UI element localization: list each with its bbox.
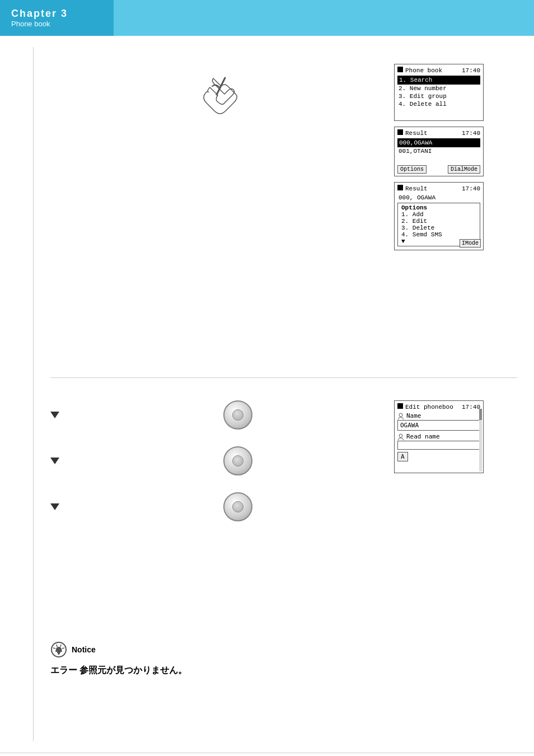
screen2-item-2: 001,OTANI: [397, 147, 480, 155]
screen2-soft-keys: Options DialMode: [397, 165, 480, 174]
mid-section: Edit phoneboo 17:40 Name OGAWA: [50, 389, 517, 624]
screen4-readname-value[interactable]: [397, 441, 480, 450]
notice-icon: [50, 641, 67, 658]
main-content: Phone book 17:40 1. Search 2. New number…: [0, 36, 534, 741]
svg-line-7: [60, 645, 61, 647]
chapter-title: Chapter 3: [11, 8, 114, 20]
chapter-banner: Chapter 3 Phone book: [0, 0, 114, 36]
screen1-title-bar: Phone book 17:40: [397, 67, 480, 74]
screen1-item-4: 4. Delete all: [397, 100, 480, 108]
screen2-title-bar: Result 17:40: [397, 129, 480, 137]
screen4-time: 17:40: [462, 404, 480, 410]
screen3-title-bar: Result 17:40: [397, 185, 480, 192]
screen2-item-1: 000,OGAWA: [397, 138, 480, 147]
nav-pads-area: [50, 395, 394, 624]
svg-point-5: [58, 652, 60, 655]
svg-line-8: [53, 648, 55, 648]
screen3-imode-key[interactable]: IMode: [460, 239, 481, 248]
chapter-subtitle: Phone book: [11, 20, 114, 28]
nav-pad-3[interactable]: [223, 492, 252, 521]
screen4-scrollbar-thumb: [479, 409, 482, 420]
screen4-scrollbar: [479, 409, 482, 472]
options-item-4: 4. Semd SMS: [401, 231, 476, 238]
screen4-title-bar: Edit phoneboo 17:40: [397, 403, 480, 410]
notice-row: Notice: [50, 641, 517, 658]
screen4-a-key[interactable]: A: [397, 452, 408, 461]
nav-pad-1[interactable]: [223, 400, 252, 430]
screen4-readname-row: Read name: [397, 433, 480, 440]
triangle-down-2: [50, 458, 59, 464]
top-section: Phone book 17:40 1. Search 2. New number…: [50, 53, 517, 366]
screen4-icon: Edit phoneboo: [397, 403, 453, 410]
page-header: Chapter 3 Phone book: [0, 0, 534, 36]
screen1-time: 17:40: [462, 67, 480, 74]
options-item-3: 3. Delete: [401, 225, 476, 231]
phone-screen-1: Phone book 17:40 1. Search 2. New number…: [394, 64, 484, 121]
phone-screen-4: Edit phoneboo 17:40 Name OGAWA: [394, 400, 484, 473]
screen4-name-row: Name: [397, 412, 480, 419]
antenna-phone-icon: [200, 75, 245, 120]
screen4-readname-label: Read name: [406, 433, 440, 440]
screen1-item-2: 2. New number: [397, 85, 480, 92]
screen4-name-label: Name: [406, 412, 421, 419]
screens-column-mid: Edit phoneboo 17:40 Name OGAWA: [394, 395, 517, 624]
screen4-name-value[interactable]: OGAWA: [397, 420, 480, 431]
content-area: Phone book 17:40 1. Search 2. New number…: [34, 47, 534, 741]
screen2-dialmode-key[interactable]: DialMode: [448, 165, 480, 174]
screen1-item-1: 1. Search: [397, 76, 480, 85]
nav-pad-2[interactable]: [223, 446, 252, 475]
person-icon-2: [397, 433, 404, 440]
svg-line-6: [57, 645, 57, 647]
nav-row-3: [50, 492, 394, 521]
screen3-time: 17:40: [462, 185, 480, 192]
screen1-item-3: 3. Edit group: [397, 92, 480, 100]
options-item-1: 1. Add: [401, 211, 476, 218]
left-margin: [0, 47, 34, 741]
phone-illustration-area: [50, 53, 394, 366]
screen2-icon: Result: [397, 129, 428, 137]
triangle-down-1: [50, 412, 59, 418]
options-popup-label: Options: [401, 204, 476, 211]
person-icon-1: [397, 413, 404, 419]
section-divider-1: [50, 377, 517, 378]
svg-line-9: [62, 648, 64, 648]
screen1-icon: Phone book: [397, 67, 442, 74]
svg-point-1: [399, 413, 402, 417]
notice-label: Notice: [72, 645, 96, 654]
phone-screen-2: Result 17:40 000,OGAWA 001,OTANI Options…: [394, 127, 484, 176]
error-reference: エラー 参照元が見つかりません。: [50, 665, 517, 676]
nav-row-2: [50, 446, 394, 475]
nav-row-1: [50, 400, 394, 430]
screen2-time: 17:40: [462, 130, 480, 137]
svg-point-2: [399, 434, 402, 437]
screen3-icon: Result: [397, 185, 428, 192]
phone-screen-3: Result 17:40 000, OGAWA Options 1. Add 2…: [394, 182, 484, 250]
screen2-options-key[interactable]: Options: [397, 165, 427, 174]
screens-column-top: Phone book 17:40 1. Search 2. New number…: [394, 53, 517, 366]
page-footer: － 3－9 －: [0, 753, 534, 756]
options-item-2: 2. Edit: [401, 218, 476, 225]
screen3-entry: 000, OGAWA: [397, 194, 480, 202]
bottom-section: Notice エラー 参照元が見つかりません。: [50, 624, 517, 682]
triangle-down-3: [50, 503, 59, 510]
